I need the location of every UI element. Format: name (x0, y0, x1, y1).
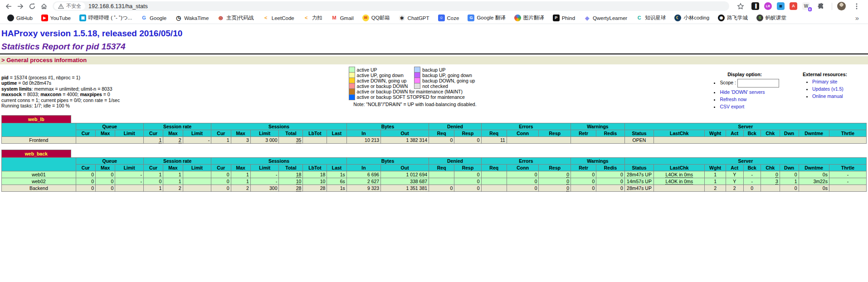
column-header: Dwntme (799, 130, 829, 137)
bookmark-item[interactable]: ☺Coze (438, 15, 459, 21)
stat-cell: 18 (303, 171, 327, 178)
row-name: Frontend (2, 137, 76, 144)
side-panel-extension-icon[interactable]: ▐ (751, 2, 759, 10)
forward-icon[interactable] (15, 1, 26, 12)
bookmark-label: 图片翻译 (523, 15, 544, 21)
stat-cell: 1 (231, 171, 250, 178)
url-bar[interactable]: 不安全 192.168.6.131/ha_stats (53, 1, 729, 11)
stat-cell (429, 178, 454, 185)
row-name: Backend (2, 185, 76, 192)
home-icon[interactable] (38, 1, 50, 12)
tooltip-value: 28 (296, 185, 302, 191)
horizontal-rule (0, 53, 868, 54)
column-header: Retr (571, 130, 596, 137)
display-option-item: Refresh now (720, 97, 779, 102)
bookmark-label: 小林coding (683, 15, 709, 21)
bookmark-item[interactable]: GGoogle 翻译 (468, 15, 505, 21)
bookmark-item[interactable]: ▶YouTube (41, 15, 71, 21)
bookmark-label: 知识星球 (645, 15, 666, 21)
column-header: Resp (454, 130, 481, 137)
bookmark-item[interactable]: ☾小林coding (674, 15, 709, 21)
bookmark-label: 路飞学城 (727, 15, 748, 21)
bookmark-item[interactable]: <力扣 (303, 15, 322, 21)
bookmark-item[interactable]: 图片翻译 (514, 15, 544, 21)
bookmark-item[interactable]: GitHub (7, 15, 33, 21)
bookmark-item[interactable]: ∗ChatGPT (399, 15, 429, 21)
extensions-puzzle-icon[interactable] (815, 1, 827, 12)
display-option-link[interactable]: CSV export (720, 104, 744, 109)
options-area: Display option: Scope : Hide 'DOWN' serv… (710, 65, 868, 109)
security-chip[interactable]: 不安全 (54, 2, 85, 10)
stat-cell: 0 (596, 178, 625, 185)
stat-cell: 1 382 314 (381, 137, 429, 144)
stat-cell: 338 687 (381, 178, 429, 185)
external-resource-link[interactable]: Primary site (812, 79, 837, 84)
column-header: LbTot (303, 130, 327, 137)
column-header: LastChk (654, 130, 705, 137)
stat-cell: - (829, 171, 866, 178)
stat-cell: 3 (231, 137, 250, 144)
bookmark-item[interactable]: ◷WakaTime (175, 15, 209, 21)
scope-input[interactable] (737, 79, 779, 88)
column-header: Status (624, 165, 653, 171)
stat-cell (183, 178, 211, 185)
bookmark-label: YouTube (50, 15, 71, 21)
legend-label: not checked (420, 83, 482, 89)
haproxy-stats-page: HAProxy version 1.5.18, released 2016/05… (0, 29, 868, 192)
stat-cell: - (115, 171, 144, 178)
back-icon[interactable] (3, 1, 15, 12)
page-title[interactable]: HAProxy version 1.5.18, released 2016/05… (1, 29, 868, 39)
stat-cell: 1 (163, 171, 183, 178)
profile-avatar[interactable] (837, 2, 846, 10)
wappalyzer-extension-icon[interactable]: W6 (802, 2, 810, 10)
proxy-title-spacer (71, 116, 867, 123)
process-info: pid = 15374 (process #1, nbproc = 1)upti… (0, 65, 349, 108)
lr-extension-icon[interactable]: LR (764, 2, 772, 10)
stat-cell: L4OK in 0ms (654, 171, 705, 178)
column-header: Req (429, 165, 454, 171)
bookmark-item[interactable]: ⊛主页|代码战 (217, 15, 254, 21)
bookmark-item[interactable]: S蚂蚁课堂 (756, 15, 786, 21)
external-resource-link[interactable]: Updates (v1.5) (812, 86, 844, 92)
bookmark-item[interactable]: ▣哔哩哔哩 ( ˚- ˚)つ... (79, 15, 132, 21)
bilibili-favicon: ▣ (79, 15, 86, 21)
menu-kebab-icon[interactable] (851, 1, 863, 12)
section-heading: > General process information (0, 56, 868, 64)
bookmark-item[interactable]: ✉QQ邮箱 (362, 15, 390, 21)
bookmark-item[interactable]: ◆QwertyLearner (584, 15, 627, 21)
column-header: Out (381, 130, 429, 137)
display-options-heading: Display option: (710, 72, 779, 77)
stat-cell: 3 (761, 178, 780, 185)
stat-cell: 1 (143, 185, 163, 192)
screenshot-extension-icon[interactable]: ◼ (777, 2, 785, 10)
bookmark-item[interactable]: <LeetCode (263, 15, 294, 21)
stat-cell: 300 (250, 185, 279, 192)
translate-extension-icon[interactable]: A (790, 2, 797, 10)
column-header: Redis (596, 130, 625, 137)
stat-cell (115, 185, 144, 192)
bookmark-label: 蚂蚁课堂 (766, 15, 786, 21)
column-header: Max (231, 130, 250, 137)
legend-note: Note: "NOLB"/"DRAIN" = UP with load-bala… (349, 102, 482, 107)
bookmark-item[interactable]: MGmail (331, 15, 354, 21)
bookmark-item[interactable]: ◉路飞学城 (718, 15, 748, 21)
bookmark-item[interactable]: GGoogle (141, 15, 166, 21)
display-option-link[interactable]: Refresh now (720, 97, 746, 102)
bookmark-item[interactable]: PPhind (553, 15, 575, 21)
column-header: Total (279, 130, 303, 137)
bookmark-item[interactable]: C知识星球 (636, 15, 666, 21)
tooltip-value: 35 (296, 137, 302, 143)
column-header: Cur (143, 165, 163, 171)
display-option-link[interactable]: Hide 'DOWN' servers (720, 89, 765, 95)
external-resource-link[interactable]: Online manual (812, 93, 843, 99)
stats-row-web02: web0200-0101-10106s2 627338 6870000014m5… (2, 178, 867, 185)
stat-cell: - (829, 178, 866, 185)
column-header: LastChk (654, 165, 705, 171)
column-group-denied: Denied (429, 123, 482, 130)
bookmark-star-icon[interactable] (735, 1, 746, 12)
stat-cell: Y (726, 171, 744, 178)
reload-icon[interactable] (26, 1, 38, 12)
bookmarks-overflow-chevron[interactable]: » (855, 14, 861, 22)
stat-cell: 0 (596, 185, 625, 192)
external-resources-heading: External resources: (803, 72, 847, 77)
